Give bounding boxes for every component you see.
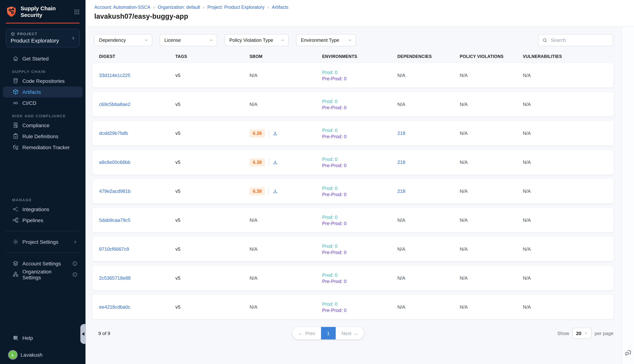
vulnerabilities-value: N/A — [523, 72, 531, 78]
breadcrumb-project[interactable]: Project: Product Exploratory — [207, 5, 264, 10]
search-input[interactable] — [550, 37, 609, 43]
sidebar-item-get-started[interactable]: Get Started — [3, 53, 83, 64]
breadcrumb-account[interactable]: Account: Automation-SSCA — [94, 5, 150, 10]
filter-label: Dependency — [99, 38, 126, 43]
dependencies-link[interactable]: 218 — [397, 188, 405, 194]
page-header: Account: Automation-SSCA › Organization:… — [86, 0, 634, 27]
environment-type-filter-dropdown[interactable]: Environment Type — [296, 34, 356, 46]
page-1-button[interactable]: 1 — [321, 327, 336, 340]
sbom-cell: 6.38 — [249, 187, 322, 195]
dependencies-value: N/A — [397, 102, 405, 107]
help-label: Help — [22, 335, 33, 341]
feedback-chat-icon[interactable] — [624, 349, 631, 357]
sidebar-item-code-repositories[interactable]: Code Repositories — [3, 75, 83, 86]
breadcrumb-artifacts[interactable]: Artifacts — [272, 5, 288, 10]
breadcrumb-organization[interactable]: Organization: default — [158, 5, 200, 10]
chevron-down-icon — [278, 38, 285, 42]
divider — [269, 130, 269, 137]
next-page-button[interactable]: Next → — [336, 327, 364, 340]
sidebar-item-pipelines[interactable]: Pipelines — [3, 214, 83, 226]
tag-value: v5 — [175, 72, 180, 78]
table-row: 33d114e1c225 v5 N/A Prod: 0 Pre-Prod: 0 … — [93, 63, 613, 88]
digest-link[interactable]: 2c5365718e88 — [99, 275, 131, 281]
dependencies-link[interactable]: 218 — [397, 160, 405, 165]
project-selector[interactable]: PROJECT Product Exploratory — [6, 29, 80, 47]
tags-cell: v5 — [175, 130, 249, 136]
sidebar-item-remediation-tracker[interactable]: Remediation Tracker — [3, 142, 83, 153]
env-preprod: Pre-Prod: 0 — [322, 162, 397, 168]
sidebar-item-project-settings[interactable]: Project Settings — [3, 236, 83, 247]
digest-link[interactable]: ee4218cdba0c — [99, 304, 130, 310]
right-rail — [621, 27, 634, 364]
filter-label: Environment Type — [301, 38, 339, 43]
col-tags: TAGS — [175, 54, 249, 59]
env-preprod: Pre-Prod: 0 — [322, 278, 397, 284]
col-vulnerabilities: VULNERABILITIES — [523, 54, 613, 59]
sbom-download-icon[interactable] — [273, 131, 278, 136]
digest-link[interactable]: dcdd29b7fafb — [99, 130, 128, 136]
env-prod: Prod: 0 — [322, 185, 397, 191]
sidebar-item-label: Pipelines — [22, 217, 43, 223]
vulnerabilities-value: N/A — [523, 275, 531, 281]
sidebar-item-artifacts[interactable]: Artifacts — [3, 86, 83, 97]
sidebar-item-compliance[interactable]: Compliance — [3, 120, 83, 131]
digest-link[interactable]: a9c6e00c66bb — [99, 160, 130, 165]
sidebar-item-organization-settings[interactable]: Organization Settings — [3, 269, 83, 280]
digest-link[interactable]: c69c5b6a8ae2 — [99, 102, 130, 107]
env-preprod: Pre-Prod: 0 — [322, 191, 397, 198]
digest-link[interactable]: 5dab9caa79c5 — [99, 217, 130, 223]
sidebar-item-label: CI/CD — [22, 100, 36, 106]
avatar: L — [9, 351, 17, 359]
info-icon[interactable] — [72, 261, 77, 266]
dependency-filter-dropdown[interactable]: Dependency — [94, 34, 152, 46]
app-switcher-icon[interactable] — [74, 9, 80, 15]
sbom-cell: N/A — [249, 304, 322, 310]
sbom-download-icon[interactable] — [273, 160, 278, 165]
sidebar-item-integrations[interactable]: Integrations — [3, 204, 83, 214]
dependencies-value: N/A — [397, 217, 405, 223]
policy-violations-value: N/A — [460, 304, 468, 310]
sbom-na: N/A — [249, 217, 257, 223]
sbom-cell: N/A — [249, 217, 322, 223]
env-prod: Prod: 0 — [322, 214, 397, 220]
table-body: 33d114e1c225 v5 N/A Prod: 0 Pre-Prod: 0 … — [93, 63, 613, 324]
license-filter-dropdown[interactable]: License — [160, 34, 217, 46]
dependencies-cell: N/A — [397, 72, 460, 78]
col-policy-violations: POLICY VIOLATIONS — [460, 54, 523, 59]
info-icon[interactable] — [72, 272, 77, 277]
page-title: lavakush07/easy-buggy-app — [94, 12, 625, 20]
sidebar-item-rule-definitions[interactable]: Rule Definitions — [3, 131, 83, 142]
section-manage: MANAGE — [0, 198, 86, 202]
dependencies-link[interactable]: 218 — [397, 130, 405, 136]
table-header: DIGEST TAGS SBOM ENVIRONMENTS DEPENDENCI… — [93, 54, 613, 59]
search-container — [538, 34, 613, 46]
table-row: 2c5365718e88 v5 N/A Prod: 0 Pre-Prod: 0 … — [93, 266, 613, 290]
prev-page-button[interactable]: ← Prev — [292, 327, 321, 340]
show-label: Show — [557, 330, 569, 336]
tag-value: v5 — [175, 275, 180, 281]
user-menu[interactable]: L Lavakush — [0, 351, 86, 359]
digest-link[interactable]: 33d114e1c225 — [99, 72, 130, 78]
policy-violations-cell: N/A — [460, 188, 523, 194]
sidebar-item-label: Account Settings — [22, 260, 61, 266]
next-label: Next — [342, 330, 351, 336]
sidebar-item-help[interactable]: ? Help — [3, 332, 83, 344]
divider — [6, 252, 80, 253]
policy-violation-type-filter-dropdown[interactable]: Policy Violation Type — [224, 34, 289, 46]
env-preprod: Pre-Prod: 0 — [322, 307, 397, 313]
sidebar-item-account-settings[interactable]: Account Settings — [3, 258, 83, 269]
main-area: Account: Automation-SSCA › Organization:… — [86, 0, 634, 364]
digest-link[interactable]: 9710cf6667c9 — [99, 246, 129, 252]
policy-violations-cell: N/A — [460, 160, 523, 165]
pagination-summary: 9 of 9 — [93, 330, 110, 336]
page-size-dropdown[interactable]: 20 — [572, 328, 591, 339]
sidebar-item-cicd[interactable]: CI/CD — [3, 97, 83, 108]
project-name: Product Exploratory — [11, 37, 75, 44]
sbom-download-icon[interactable] — [273, 188, 278, 194]
sidebar-collapse-handle[interactable] — [80, 324, 86, 344]
vulnerabilities-value: N/A — [523, 160, 531, 165]
digest-cell: 5dab9caa79c5 — [99, 217, 175, 223]
digest-link[interactable]: 479e2acd981b — [99, 188, 131, 194]
tag-value: v5 — [175, 188, 180, 194]
env-prod: Prod: 0 — [322, 301, 397, 307]
